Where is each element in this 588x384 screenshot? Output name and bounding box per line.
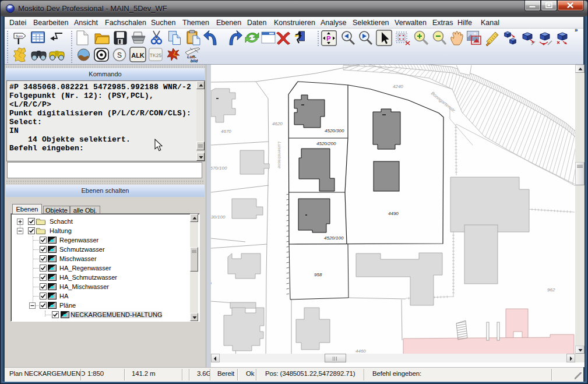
svg-text:4520/300: 4520/300 (325, 128, 344, 133)
svg-text:4460: 4460 (355, 348, 366, 354)
svg-text:4620: 4620 (272, 121, 283, 126)
svg-text:TK25: TK25 (150, 52, 162, 58)
svg-text:S: S (117, 51, 122, 59)
svg-text:4240: 4240 (393, 84, 403, 89)
svg-text:4490: 4490 (388, 211, 399, 216)
svg-text:P: P (326, 35, 330, 42)
svg-text:4520/100: 4520/100 (324, 235, 344, 241)
svg-text:4530/100: 4530/100 (211, 214, 226, 220)
svg-text:ALK: ALK (131, 52, 145, 59)
svg-text:Luft-: Luft- (187, 55, 196, 59)
svg-text:962: 962 (547, 287, 555, 293)
svg-text:4520/200: 4520/200 (316, 141, 336, 146)
svg-text:4670: 4670 (221, 129, 231, 134)
svg-text:4670/100: 4670/100 (211, 165, 227, 171)
svg-text:Sym: Sym (16, 34, 23, 38)
svg-text:Luisenstrasse: Luisenstrasse (277, 142, 282, 168)
svg-text:958: 958 (314, 272, 322, 277)
svg-text:bild: bild (191, 59, 198, 63)
